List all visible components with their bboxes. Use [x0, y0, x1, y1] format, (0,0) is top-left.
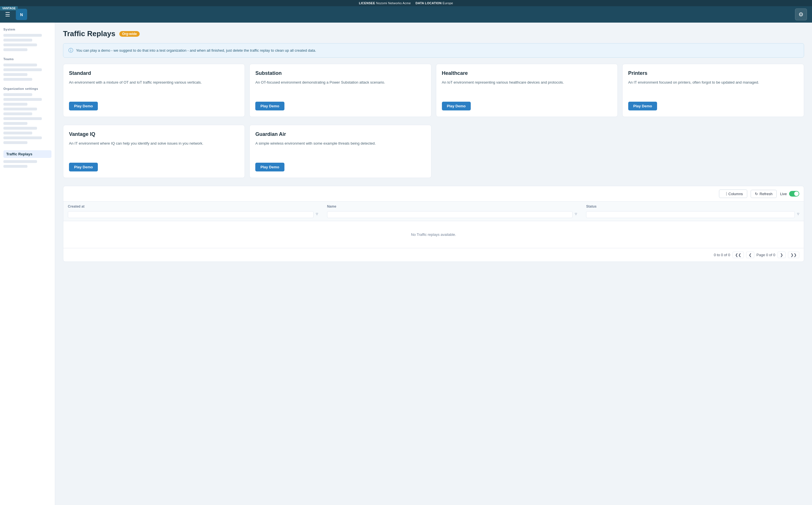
card-desc-healthcare: An IoT environment representing various …: [442, 79, 612, 97]
card-title-healthcare: Healthcare: [442, 70, 612, 76]
demo-card-vantage-iq: Vantage IQ An IT environment where IQ ca…: [63, 125, 245, 178]
sidebar-placeholder-20: [3, 160, 37, 163]
card-title-printers: Printers: [628, 70, 798, 76]
card-desc-guardian-air: A simple wireless environment with some …: [255, 141, 425, 158]
filter-input-status[interactable]: [586, 211, 795, 218]
filter-input-name[interactable]: [327, 211, 573, 218]
demo-card-healthcare: Healthcare An IoT environment representi…: [436, 64, 618, 117]
card-desc-standard: An environment with a mixture of OT and …: [69, 79, 239, 97]
play-demo-button-healthcare[interactable]: Play Demo: [442, 102, 471, 111]
refresh-button[interactable]: ↻ Refresh: [750, 190, 777, 198]
live-label: Live: [780, 192, 787, 196]
th-status: Status ▽: [582, 202, 804, 221]
traffic-replays-table: Created at ▽ Name: [63, 202, 804, 248]
play-demo-button-printers[interactable]: Play Demo: [628, 102, 657, 111]
sidebar-placeholder-11: [3, 103, 27, 106]
filter-icon-created-at: ▽: [316, 212, 318, 215]
last-page-button[interactable]: ❯❯: [788, 251, 799, 258]
info-icon: ⓘ: [69, 47, 73, 54]
sidebar-org-settings-section: Organization settings: [3, 87, 51, 144]
columns-icon: ⎹: [723, 191, 727, 196]
demo-card-substation: Substation An OT-focused environment dem…: [249, 64, 431, 117]
page-info: Page 0 of 0: [757, 253, 776, 257]
sidebar-placeholder-5: [3, 63, 37, 66]
vantage-badge: VANTAGE: [0, 6, 18, 10]
pagination-range: 0 to 0 of 0: [714, 253, 730, 257]
sidebar-teams-section: Teams: [3, 57, 51, 81]
play-demo-button-standard[interactable]: Play Demo: [69, 102, 98, 111]
card-title-vantage-iq: Vantage IQ: [69, 131, 239, 137]
demo-card-printers: Printers An IT environment focused on pr…: [622, 64, 804, 117]
sidebar-placeholder-16: [3, 127, 37, 130]
sidebar-placeholder-8: [3, 78, 32, 81]
svg-text:N: N: [20, 12, 23, 17]
info-banner-text: You can play a demo - we suggest to do t…: [76, 48, 316, 52]
sidebar-placeholder-9: [3, 93, 32, 96]
top-bar: LICENSEE Nozomi Networks Acme DATA LOCAT…: [0, 0, 812, 6]
settings-button[interactable]: ⚙: [795, 8, 807, 20]
sidebar-teams-label: Teams: [3, 57, 51, 61]
table-toolbar: ⎹ Columns ↻ Refresh Live: [63, 186, 804, 202]
th-label-status: Status: [586, 204, 799, 208]
first-page-button[interactable]: ❮❮: [732, 251, 744, 258]
sidebar: System Teams Organization settings: [0, 23, 55, 505]
live-toggle-switch[interactable]: [789, 191, 799, 197]
card-title-substation: Substation: [255, 70, 425, 76]
data-location-label: DATA LOCATION: [416, 1, 442, 5]
sidebar-placeholder-2: [3, 39, 32, 41]
hamburger-button[interactable]: ☰: [5, 11, 10, 18]
gear-icon: ⚙: [798, 11, 804, 18]
table-body: No Traffic replays available.: [63, 221, 804, 248]
card-title-guardian-air: Guardian Air: [255, 131, 425, 137]
live-toggle: Live: [780, 191, 799, 197]
sidebar-placeholder-19: [3, 141, 27, 144]
page-header: Traffic Replays Org-wide: [63, 29, 804, 38]
data-location-value: Europe: [443, 1, 453, 5]
sidebar-placeholder-17: [3, 132, 32, 135]
columns-label: Columns: [728, 192, 743, 196]
filter-input-created-at[interactable]: [68, 211, 314, 218]
logo-area: ☰ N: [5, 9, 27, 20]
sidebar-placeholder-7: [3, 73, 27, 76]
sidebar-org-settings-label: Organization settings: [3, 87, 51, 91]
sidebar-placeholder-12: [3, 108, 37, 111]
sidebar-system-label: System: [3, 28, 51, 31]
card-desc-printers: An IT environment focused on printers, o…: [628, 79, 798, 97]
table-header: Created at ▽ Name: [63, 202, 804, 221]
table-area: ⎹ Columns ↻ Refresh Live: [63, 186, 804, 262]
demo-cards-row1: Standard An environment with a mixture o…: [63, 64, 804, 117]
app-layout: System Teams Organization settings: [0, 23, 812, 505]
org-wide-badge: Org-wide: [119, 31, 140, 37]
sidebar-placeholder-6: [3, 68, 42, 71]
columns-button[interactable]: ⎹ Columns: [719, 189, 747, 198]
play-demo-button-substation[interactable]: Play Demo: [255, 102, 284, 111]
sidebar-placeholder-4: [3, 48, 27, 51]
play-demo-button-guardian-air[interactable]: Play Demo: [255, 163, 284, 171]
card-desc-substation: An OT-focused environment demonstrating …: [255, 79, 425, 97]
sidebar-placeholder-14: [3, 117, 42, 120]
sidebar-placeholder-21: [3, 165, 27, 168]
sidebar-system-section: System: [3, 28, 51, 51]
sidebar-placeholder-13: [3, 113, 32, 115]
th-label-created-at: Created at: [68, 204, 318, 208]
licensee-label: LICENSEE: [359, 1, 375, 5]
info-banner: ⓘ You can play a demo - we suggest to do…: [63, 43, 804, 58]
next-page-button[interactable]: ❯: [778, 251, 786, 258]
licensee-value: Nozomi Networks Acme: [376, 1, 411, 5]
empty-row: No Traffic replays available.: [63, 221, 804, 248]
prev-page-button[interactable]: ❮: [746, 251, 754, 258]
page-title: Traffic Replays: [63, 29, 115, 38]
sidebar-placeholder-1: [3, 34, 42, 37]
refresh-label: Refresh: [760, 192, 773, 196]
sidebar-placeholder-3: [3, 43, 37, 46]
demo-card-standard: Standard An environment with a mixture o…: [63, 64, 245, 117]
pagination: 0 to 0 of 0 ❮❮ ❮ Page 0 of 0 ❯ ❯❯: [63, 248, 804, 262]
filter-icon-name: ▽: [575, 212, 577, 215]
sidebar-placeholder-18: [3, 136, 42, 139]
sidebar-item-traffic-replays[interactable]: Traffic Replays: [3, 150, 51, 158]
card-title-standard: Standard: [69, 70, 239, 76]
play-demo-button-vantage-iq[interactable]: Play Demo: [69, 163, 98, 171]
card-desc-vantage-iq: An IT environment where IQ can help you …: [69, 141, 239, 158]
th-label-name: Name: [327, 204, 577, 208]
th-name: Name ▽: [323, 202, 582, 221]
